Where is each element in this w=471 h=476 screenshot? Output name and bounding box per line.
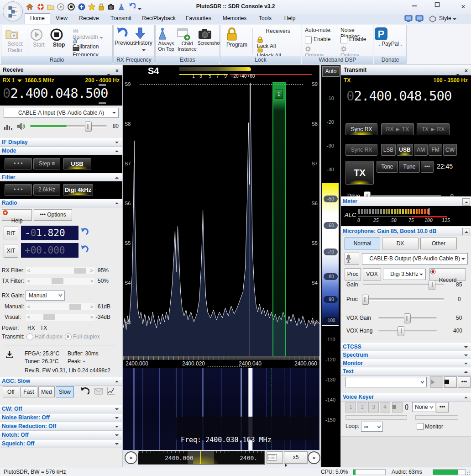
keyboard-entry-button[interactable] <box>267 451 283 464</box>
rx-gain-select[interactable]: Manual <box>26 291 65 301</box>
close-button[interactable]: × <box>456 2 470 12</box>
tx-mode-lsb[interactable]: LSB <box>381 144 396 156</box>
collapse-button[interactable] <box>462 228 470 235</box>
vk-more-button[interactable]: ••• <box>436 402 449 413</box>
tab-home[interactable]: Home <box>25 13 50 24</box>
history-button[interactable]: History <box>135 27 153 53</box>
tab-rec-playback[interactable]: Rec/Playback <box>139 14 179 23</box>
mode-usb-button[interactable]: USB <box>63 158 91 169</box>
section-cw[interactable]: CW: Off <box>0 405 122 413</box>
tab-view[interactable]: View <box>51 14 72 23</box>
resize-grip[interactable] <box>465 470 470 476</box>
rit-display[interactable]: -01.820 <box>21 226 78 240</box>
panel-close-icon[interactable]: × <box>465 66 468 76</box>
lock-all-button[interactable]: Lock All <box>257 36 299 46</box>
agc-off-button[interactable]: Off <box>3 386 19 397</box>
maximize-button[interactable] <box>434 2 448 12</box>
equalizer-icon[interactable] <box>4 122 13 131</box>
mode-step-button[interactable]: Step ≡ <box>33 158 60 169</box>
section-filter[interactable]: Filter <box>0 173 122 182</box>
download-icon[interactable] <box>5 350 14 359</box>
previous-button[interactable]: Previous <box>115 27 135 46</box>
tab-memories[interactable]: Memories <box>218 14 251 23</box>
volume-slider-knob[interactable] <box>85 122 92 132</box>
tx-mode-usb[interactable]: USB <box>397 144 413 156</box>
section-noise-reduction[interactable]: Noise Reduction: Off <box>0 422 122 431</box>
vk-button-2[interactable]: 2 <box>357 402 367 413</box>
tab-favourites[interactable]: Favourites <box>182 14 215 23</box>
vox-hang-knob[interactable] <box>398 326 404 336</box>
hexagon-icon[interactable] <box>429 16 436 22</box>
tx-bandwidth-select[interactable]: Digi 3.5kHz <box>383 269 426 280</box>
tx-mode-fm[interactable]: FM <box>429 144 442 156</box>
mic-profile-other[interactable]: Other <box>420 238 457 249</box>
app-menu-button[interactable] <box>3 1 23 21</box>
monitor-icon[interactable] <box>404 15 413 22</box>
splitter-handle[interactable] <box>208 366 251 367</box>
filter-26khz-button[interactable]: 2.6kHz <box>33 184 60 196</box>
vk-stop-button[interactable] <box>392 402 403 413</box>
section-radio[interactable]: Radio <box>0 199 122 207</box>
tx-audio-device-select[interactable]: CABLE-B Output (VB-Audio Cable B) <box>362 253 468 264</box>
filter-digi4khz-button[interactable]: Digi 4kHz <box>63 184 93 196</box>
section-agc[interactable]: AGC: Slow <box>0 377 122 386</box>
start-button[interactable]: Start <box>30 28 48 48</box>
section-ctcss[interactable]: CTCSS <box>341 343 471 351</box>
rx-number[interactable]: RX 1 <box>3 77 15 84</box>
section-monitor[interactable]: Monitor <box>341 359 471 368</box>
stop-button[interactable]: Stop <box>50 28 68 48</box>
section-tx-spectrum[interactable]: Spectrum <box>341 351 471 360</box>
rx-dropdown-icon[interactable] <box>17 79 22 82</box>
rit-button[interactable]: RIT <box>4 227 18 240</box>
proc-button[interactable]: Proc <box>345 268 361 280</box>
agc-med-button[interactable]: Med <box>38 386 55 397</box>
text-play-button[interactable] <box>430 376 443 388</box>
section-meter[interactable]: Meter <box>341 197 471 206</box>
mic-select-button[interactable] <box>345 253 359 265</box>
radio-options-button[interactable]: ••• Options <box>34 209 72 221</box>
auto-mute-options[interactable]: Options <box>305 46 337 55</box>
noise-blanker-checkbox[interactable] <box>340 37 347 43</box>
tone-button[interactable]: Tone <box>377 161 398 173</box>
auto-mute-checkbox[interactable] <box>305 37 312 43</box>
agc-undo-icon[interactable] <box>78 387 89 396</box>
tune-button[interactable]: Tune <box>399 161 420 173</box>
section-if-display[interactable]: IF Display <box>0 138 122 147</box>
record-button[interactable]: Record <box>429 268 466 280</box>
tx-mode-cw[interactable]: CW <box>443 144 457 156</box>
section-text[interactable]: Text <box>341 367 471 376</box>
tx-to-rx-button[interactable]: TX ► RX <box>417 123 450 135</box>
vk-monitor-checkbox[interactable] <box>417 423 424 430</box>
rx-audio-device-select[interactable]: CABLE-A Input (VB-Audio Cable A) <box>4 108 119 118</box>
band-scrollbar[interactable]: 2400.000 2400. <box>138 451 265 465</box>
tx-mode-am[interactable]: AM <box>414 144 428 156</box>
xit-reset-icon[interactable] <box>78 245 89 255</box>
style-menu[interactable]: Style <box>439 15 456 21</box>
vk-button-1[interactable]: 1 <box>345 402 356 413</box>
half-duplex-radio[interactable] <box>26 333 33 340</box>
mic-profile-normal[interactable]: Normal <box>345 238 380 249</box>
section-squelch[interactable]: Squelch: Off <box>0 439 122 448</box>
envelope-icon[interactable] <box>94 388 103 395</box>
rx-to-tx-button[interactable]: RX ► TX <box>381 123 414 135</box>
always-on-top-button[interactable]: AlwaysOn Top <box>157 27 176 52</box>
panel-close-icon[interactable]: × <box>115 66 119 76</box>
rx-filter-scrollbar[interactable]: <> <box>26 267 95 275</box>
mic-profile-dx[interactable]: DX <box>382 238 419 249</box>
agc-fast-button[interactable]: Fast <box>20 386 37 397</box>
sync-rx-button[interactable]: Sync RX <box>345 123 377 135</box>
radio-help-button[interactable]: Help <box>2 209 32 221</box>
tx-filter-scrollbar[interactable]: <> <box>26 277 95 285</box>
channel-marker-band[interactable]: 1 <box>272 82 286 356</box>
zoom-button[interactable]: x5 <box>284 451 308 464</box>
scroll-right-button[interactable]: » <box>308 451 320 464</box>
section-microphone[interactable]: Microphone: Gain 85, Boost 10.0 dB <box>341 227 471 236</box>
manual-gain-scrollbar[interactable]: <> <box>26 303 95 311</box>
rx-frequency-digits[interactable]: 02.400.048.500 <box>3 85 108 101</box>
noise-blanker-enable[interactable]: Enable <box>340 36 372 46</box>
digit-down-tick[interactable] <box>99 102 106 104</box>
speaker-icon[interactable] <box>16 122 26 131</box>
full-duplex-radio[interactable] <box>65 333 72 340</box>
section-notch[interactable]: Notch: Off <box>0 431 122 439</box>
agc-chart-icon[interactable] <box>106 386 115 395</box>
